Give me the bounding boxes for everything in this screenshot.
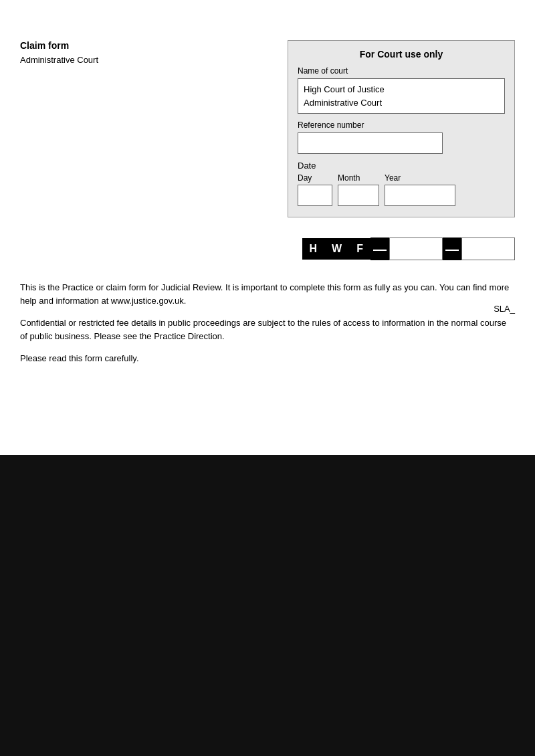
date-fields: Day Month Year [298,173,505,206]
body-paragraph2: Confidential or restricted fee details i… [20,316,515,343]
date-label: Date [298,161,505,171]
hwf-input2[interactable] [461,238,515,260]
form-subtitle: Administrative Court [20,55,281,65]
year-field-group: Year [385,173,455,206]
year-input[interactable] [385,185,455,206]
body-paragraph1: This is the Practice or claim form for J… [20,281,515,307]
reference-number-input[interactable] [298,132,443,154]
hwf-h: H [302,238,325,260]
dark-bottom [0,455,535,756]
left-title-block: Claim form Administrative Court [20,40,281,68]
year-label: Year [385,173,401,183]
day-label: Day [298,173,312,183]
month-input[interactable] [338,185,379,206]
hwf-f: F [349,238,370,260]
hwf-w: W [324,238,349,260]
body-paragraph3: Please read this form carefully. [20,352,515,365]
main-body: This is the Practice or claim form for J… [20,281,515,375]
body-para1-wrapper: This is the Practice or claim form for J… [20,281,515,307]
hwf-input1[interactable] [389,238,443,260]
court-name-field: High Court of JusticeAdministrative Cour… [298,78,505,114]
hwf-dash2: — [443,238,461,260]
hwf-dash1: — [370,238,389,260]
form-title: Claim form [20,40,281,51]
court-use-box: For Court use only Name of court High Co… [288,40,515,217]
month-label: Month [338,173,360,183]
name-of-court-label: Name of court [298,66,505,76]
sla-label: SLA_ [494,304,515,314]
hwf-section: H W F — — [302,238,515,260]
court-use-title: For Court use only [298,49,505,60]
day-input[interactable] [298,185,332,206]
date-section: Date Day Month Year [298,161,505,206]
month-field-group: Month [338,173,379,206]
reference-number-label: Reference number [298,120,505,130]
day-field-group: Day [298,173,332,206]
